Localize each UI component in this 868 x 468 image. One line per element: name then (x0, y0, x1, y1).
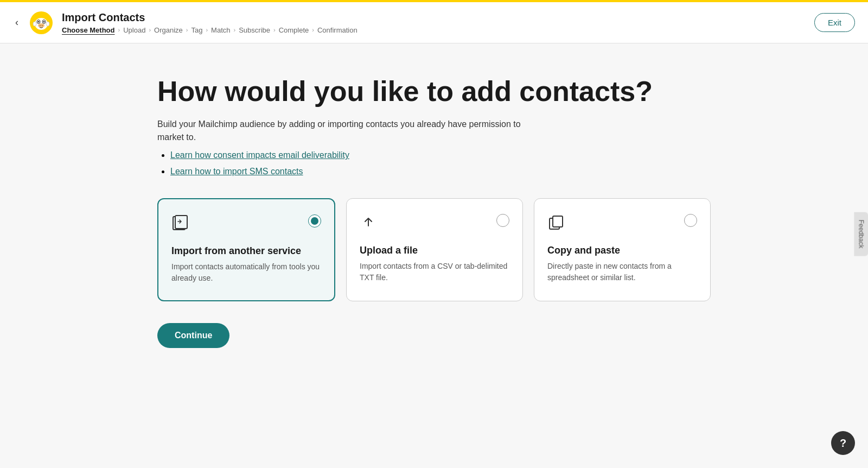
svg-rect-14 (553, 216, 563, 227)
list-item: Learn how to import SMS contacts (170, 167, 711, 176)
radio-upload-file[interactable] (496, 214, 509, 227)
exit-button[interactable]: Exit (814, 13, 855, 32)
breadcrumb-sep-2: › (149, 27, 151, 33)
feedback-label: Feedback (858, 220, 865, 249)
radio-import-service[interactable] (308, 214, 321, 227)
help-icon: ? (840, 437, 846, 450)
svg-point-9 (33, 22, 36, 26)
options-row: Import from another service Import conta… (157, 198, 711, 301)
radio-copy-paste[interactable] (684, 214, 697, 227)
option-desc-3: Directly paste in new contacts from a sp… (547, 261, 697, 283)
breadcrumb-sep-4: › (206, 27, 208, 33)
breadcrumb-organize: Organize (154, 26, 183, 34)
breadcrumb-complete: Complete (279, 26, 309, 34)
info-links-list: Learn how consent impacts email delivera… (157, 150, 711, 176)
breadcrumb-subscribe: Subscribe (239, 26, 270, 34)
breadcrumb: Choose Method › Upload › Organize › Tag … (62, 26, 358, 34)
main-content: How would you like to add contacts? Buil… (136, 43, 732, 370)
main-description: Build your Mailchimp audience by adding … (157, 118, 537, 144)
help-button[interactable]: ? (831, 431, 855, 455)
upload-file-icon (360, 214, 377, 234)
svg-point-7 (40, 25, 41, 26)
option-title-3: Copy and paste (547, 245, 697, 256)
option-card-top-1 (171, 214, 321, 235)
consent-link[interactable]: Learn how consent impacts email delivera… (170, 150, 349, 160)
import-service-icon (171, 214, 189, 235)
copy-paste-icon (547, 214, 565, 234)
sms-link[interactable]: Learn how to import SMS contacts (170, 167, 303, 176)
breadcrumb-sep-1: › (118, 27, 120, 33)
header-left: ‹ Import Contacts Choose Method › Upload (13, 11, 358, 35)
option-title-1: Import from another service (171, 245, 321, 257)
back-button[interactable]: ‹ (13, 15, 21, 30)
breadcrumb-upload: Upload (123, 26, 145, 34)
breadcrumb-sep-3: › (186, 27, 188, 33)
svg-point-5 (43, 21, 45, 22)
list-item: Learn how consent impacts email delivera… (170, 150, 711, 160)
breadcrumb-sep-6: › (273, 27, 276, 33)
option-card-top-2 (360, 214, 509, 234)
option-title-2: Upload a file (360, 245, 509, 256)
continue-button[interactable]: Continue (157, 323, 229, 348)
feedback-tab[interactable]: Feedback (854, 212, 868, 256)
option-copy-paste[interactable]: Copy and paste Directly paste in new con… (534, 198, 711, 301)
mailchimp-logo (29, 11, 53, 35)
option-card-top-3 (547, 214, 697, 234)
svg-point-10 (46, 22, 49, 26)
page-title: Import Contacts (62, 11, 358, 24)
option-desc-2: Import contacts from a CSV or tab-delimi… (360, 261, 509, 283)
header-title-area: Import Contacts Choose Method › Upload ›… (62, 11, 358, 34)
header: ‹ Import Contacts Choose Method › Upload (0, 2, 868, 43)
option-desc-1: Import contacts automatically from tools… (171, 261, 321, 284)
breadcrumb-match: Match (211, 26, 230, 34)
breadcrumb-sep-7: › (312, 27, 314, 33)
svg-point-8 (42, 25, 43, 26)
breadcrumb-tag: Tag (191, 26, 202, 34)
breadcrumb-confirmation: Confirmation (317, 26, 358, 34)
svg-point-6 (38, 23, 44, 28)
option-import-service[interactable]: Import from another service Import conta… (157, 198, 335, 301)
svg-point-4 (38, 21, 40, 22)
breadcrumb-sep-5: › (234, 27, 236, 33)
breadcrumb-choose-method: Choose Method (62, 26, 115, 34)
option-upload-file[interactable]: Upload a file Import contacts from a CSV… (346, 198, 523, 301)
main-heading: How would you like to add contacts? (157, 76, 711, 107)
